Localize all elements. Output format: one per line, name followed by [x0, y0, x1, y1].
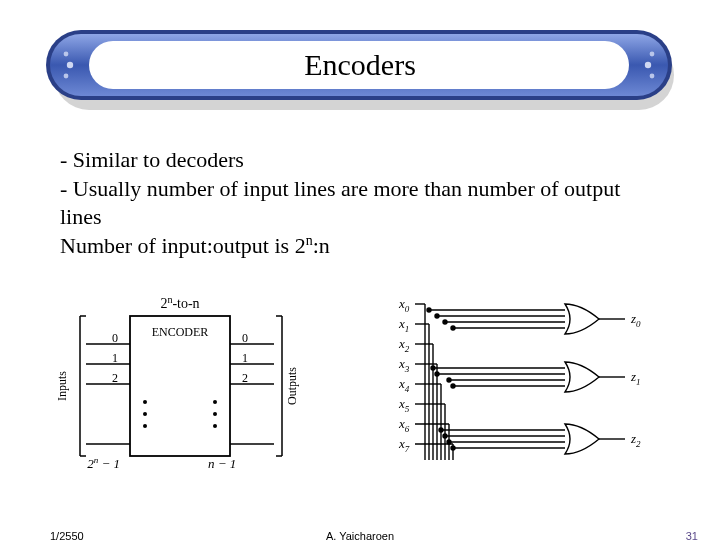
svg-point-88: [451, 446, 455, 450]
svg-text:0: 0: [112, 331, 118, 345]
svg-point-75: [431, 366, 435, 370]
svg-point-85: [439, 428, 443, 432]
svg-text:2: 2: [242, 371, 248, 385]
svg-text:Inputs: Inputs: [55, 371, 69, 401]
svg-text:1: 1: [242, 351, 248, 365]
svg-text:0: 0: [242, 331, 248, 345]
svg-point-20: [143, 412, 147, 416]
svg-point-87: [447, 440, 451, 444]
svg-text:x5: x5: [398, 396, 410, 414]
footer-author: A. Yaicharoen: [0, 530, 720, 540]
svg-text:1: 1: [112, 351, 118, 365]
svg-point-67: [443, 320, 447, 324]
svg-text:ENCODER: ENCODER: [152, 325, 209, 339]
body-text: - Similar to decoders - Usually number o…: [60, 146, 650, 261]
svg-point-76: [435, 372, 439, 376]
svg-point-77: [447, 378, 451, 382]
svg-point-66: [435, 314, 439, 318]
svg-point-65: [427, 308, 431, 312]
slide-number: 31: [686, 530, 698, 540]
svg-point-30: [213, 400, 217, 404]
svg-point-78: [451, 384, 455, 388]
svg-text:x4: x4: [398, 376, 410, 394]
svg-text:n − 1: n − 1: [208, 456, 236, 471]
body-line-1: - Similar to decoders: [60, 146, 650, 175]
title-container: Encoders: [44, 28, 676, 102]
svg-text:z1: z1: [630, 369, 641, 387]
slide-title: Encoders: [44, 28, 676, 102]
svg-text:z2: z2: [630, 431, 641, 449]
svg-point-31: [213, 412, 217, 416]
svg-point-19: [143, 400, 147, 404]
svg-text:Outputs: Outputs: [285, 367, 299, 405]
svg-point-21: [143, 424, 147, 428]
svg-text:x6: x6: [398, 416, 410, 434]
body-line-3: Number of input:output is 2n:n: [60, 232, 650, 261]
svg-point-86: [443, 434, 447, 438]
svg-text:x7: x7: [398, 436, 410, 454]
or-gate-diagram: x0 x1 x2 x3 x4 x5 x6 x7: [398, 296, 641, 460]
encoder-block-diagram: 2n-to-n ENCODER Inputs Outputs 0 1: [55, 294, 299, 471]
svg-point-68: [451, 326, 455, 330]
body-line-2: - Usually number of input lines are more…: [60, 175, 650, 232]
svg-text:x3: x3: [398, 356, 410, 374]
svg-text:x2: x2: [398, 336, 410, 354]
svg-text:2n-to-n: 2n-to-n: [160, 294, 199, 311]
svg-text:x0: x0: [398, 296, 410, 314]
svg-text:z0: z0: [630, 311, 641, 329]
svg-text:x1: x1: [398, 316, 409, 334]
diagram-row: 2n-to-n ENCODER Inputs Outputs 0 1: [50, 290, 690, 480]
svg-text:2n − 1: 2n − 1: [87, 455, 120, 471]
svg-text:2: 2: [112, 371, 118, 385]
svg-point-32: [213, 424, 217, 428]
